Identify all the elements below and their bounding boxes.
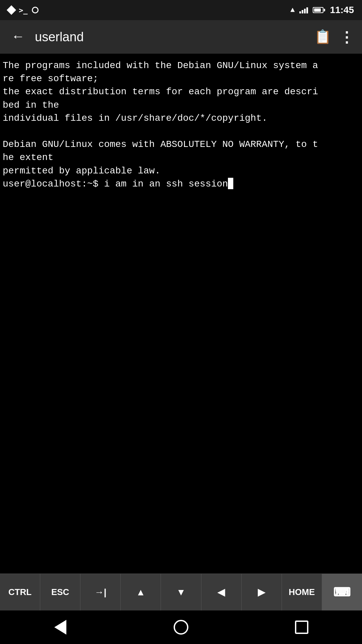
down-key[interactable]: ▼ bbox=[161, 574, 201, 610]
status-bar-right: ▲ 11:45 bbox=[290, 5, 354, 15]
terminal-command: i am in an ssh session bbox=[104, 179, 228, 189]
nav-bar bbox=[0, 610, 362, 644]
key-bar: CTRL ESC →| ▲ ▼ ◀ ▶ HOME ⌨ bbox=[0, 574, 362, 610]
terminal-prompt: user@localhost:~$ bbox=[3, 179, 104, 189]
terminal-line-1: The programs included with the Debian GN… bbox=[3, 60, 318, 71]
terminal-line-4: bed in the bbox=[3, 100, 59, 110]
keyboard-icon: ⌨ bbox=[333, 585, 351, 599]
terminal-line-5: individual files in /usr/share/doc/*/cop… bbox=[3, 113, 267, 123]
left-arrow-icon: ◀ bbox=[218, 587, 225, 598]
terminal-line-7: Debian GNU/Linux comes with ABSOLUTELY N… bbox=[3, 139, 318, 150]
terminal-line-2: re free software; bbox=[3, 73, 99, 84]
app-bar: ← userland 📋 ⋮ bbox=[0, 20, 362, 54]
wifi-icon: ▲ bbox=[290, 6, 295, 14]
diamond-icon bbox=[7, 5, 16, 15]
terminal-cursor bbox=[228, 178, 233, 189]
status-bar: >_ ▲ 11:45 bbox=[0, 0, 362, 20]
battery-icon bbox=[313, 7, 325, 13]
terminal-line-8: he extent bbox=[3, 152, 53, 163]
signal-icon bbox=[299, 7, 308, 13]
terminal-line-9: permitted by applicable law. bbox=[3, 166, 160, 176]
circle-icon bbox=[32, 7, 39, 13]
up-key[interactable]: ▲ bbox=[121, 574, 161, 610]
right-arrow-icon: ▶ bbox=[258, 587, 265, 598]
keyboard-toggle-button[interactable]: ⌨ bbox=[322, 574, 362, 610]
home-circle-icon bbox=[174, 620, 188, 635]
down-arrow-icon: ▼ bbox=[176, 587, 186, 598]
more-options-button[interactable]: ⋮ bbox=[339, 29, 354, 46]
right-key[interactable]: ▶ bbox=[242, 574, 282, 610]
back-triangle-icon bbox=[54, 620, 66, 635]
terminal-output[interactable]: The programs included with the Debian GN… bbox=[0, 54, 362, 574]
ctrl-key[interactable]: CTRL bbox=[0, 574, 40, 610]
nav-home-button[interactable] bbox=[168, 614, 194, 641]
nav-back-button[interactable] bbox=[47, 614, 74, 641]
status-bar-left: >_ bbox=[8, 6, 39, 14]
terminal-line-3: the exact distribution terms for each pr… bbox=[3, 87, 318, 97]
home-key[interactable]: HOME bbox=[282, 574, 322, 610]
tab-icon: →| bbox=[95, 587, 107, 598]
status-time: 11:45 bbox=[330, 5, 354, 15]
clipboard-button[interactable]: 📋 bbox=[314, 29, 331, 45]
back-button[interactable]: ← bbox=[8, 30, 28, 45]
app-title: userland bbox=[35, 30, 314, 44]
tab-key[interactable]: →| bbox=[80, 574, 121, 610]
terminal-icon: >_ bbox=[19, 6, 28, 14]
left-key[interactable]: ◀ bbox=[201, 574, 242, 610]
up-arrow-icon: ▲ bbox=[136, 587, 145, 598]
app-bar-actions: 📋 ⋮ bbox=[314, 29, 354, 46]
esc-key[interactable]: ESC bbox=[40, 574, 80, 610]
nav-recent-button[interactable] bbox=[288, 614, 315, 641]
recent-square-icon bbox=[295, 621, 308, 634]
